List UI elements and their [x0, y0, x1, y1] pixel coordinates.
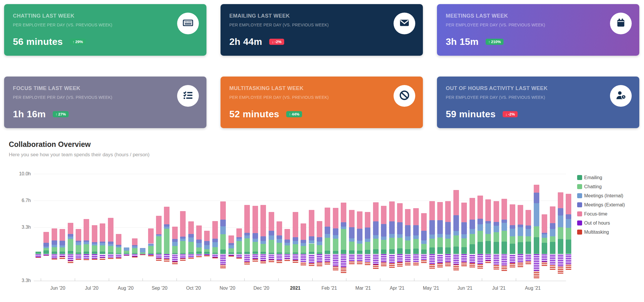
- bar-segment-meetings_internal[interactable]: [566, 219, 571, 228]
- bar-segment-emailing[interactable]: [35, 252, 41, 254]
- bar-segment-multitasking_below[interactable]: [156, 258, 162, 261]
- bar-segment-multitasking_below[interactable]: [52, 258, 57, 259]
- bar-segment-meetings_internal[interactable]: [100, 243, 105, 245]
- bar-segment-out_of_hours_below[interactable]: [365, 254, 370, 262]
- bar-segment-meetings_internal[interactable]: [397, 234, 403, 238]
- bar-segment-multitasking_below[interactable]: [76, 258, 81, 260]
- bar-segment-multitasking_below[interactable]: [196, 255, 202, 257]
- bar-segment-out_of_hours_below[interactable]: [164, 254, 170, 259]
- bar-segment-out_of_hours_below[interactable]: [461, 254, 467, 262]
- bar-segment-focus_time[interactable]: [437, 202, 443, 220]
- bar-segment-meetings_external[interactable]: [558, 208, 563, 216]
- bar-segment-meetings_external[interactable]: [566, 214, 571, 219]
- bar-segment-focus_time[interactable]: [494, 201, 499, 222]
- bar-segment-multitasking_below[interactable]: [542, 262, 547, 266]
- bar-segment-meetings_internal[interactable]: [518, 227, 523, 236]
- bar-segment-multitasking_below[interactable]: [188, 257, 194, 259]
- bar-segment-out_of_hours_below[interactable]: [405, 254, 411, 262]
- bar-segment-multitasking_below[interactable]: [284, 259, 290, 261]
- bar-segment-focus_time[interactable]: [284, 229, 290, 239]
- bar-segment-chatting[interactable]: [381, 240, 387, 250]
- bar-segment-emailing[interactable]: [381, 250, 387, 254]
- bar-segment-meetings_external[interactable]: [52, 240, 57, 245]
- bar-segment-multitasking_below[interactable]: [180, 258, 186, 261]
- bar-segment-emailing[interactable]: [325, 251, 330, 254]
- bar-segment-meetings_internal[interactable]: [494, 226, 499, 232]
- bar-segment-focus_time[interactable]: [349, 210, 355, 227]
- bar-segment-out_of_hours_below[interactable]: [244, 254, 250, 262]
- bar-segment-meetings_internal[interactable]: [309, 240, 314, 244]
- bar-segment-focus_time[interactable]: [357, 211, 362, 229]
- bar-segment-chatting[interactable]: [140, 252, 145, 254]
- bar-segment-meetings_external[interactable]: [140, 248, 145, 248]
- legend-item-meetings-external[interactable]: Meetings (External): [577, 200, 625, 209]
- legend-item-emailing[interactable]: Emailing: [577, 173, 625, 182]
- bar-segment-meetings_internal[interactable]: [542, 234, 547, 238]
- bar-segment-chatting[interactable]: [204, 249, 210, 252]
- bar-segment-meetings_internal[interactable]: [477, 224, 483, 231]
- bar-segment-multitasking_below[interactable]: [534, 271, 539, 278]
- bar-segment-chatting[interactable]: [501, 231, 507, 242]
- bar-segment-emailing[interactable]: [357, 251, 362, 254]
- bar-segment-meetings_external[interactable]: [365, 228, 370, 239]
- bar-segment-multitasking_below[interactable]: [84, 259, 89, 260]
- bar-segment-focus_time[interactable]: [148, 228, 154, 244]
- bar-segment-emailing[interactable]: [518, 242, 523, 254]
- bar-segment-meetings_internal[interactable]: [501, 223, 507, 231]
- bar-segment-meetings_external[interactable]: [445, 222, 451, 235]
- bar-segment-meetings_external[interactable]: [461, 222, 467, 234]
- bar-segment-focus_time[interactable]: [501, 199, 507, 220]
- bar-segment-emailing[interactable]: [108, 252, 113, 254]
- bar-segment-chatting[interactable]: [550, 236, 555, 242]
- bar-segment-multitasking_below[interactable]: [373, 264, 379, 269]
- bar-segment-meetings_internal[interactable]: [220, 226, 226, 234]
- bar-segment-multitasking_below[interactable]: [501, 265, 507, 271]
- bar-segment-chatting[interactable]: [461, 238, 467, 247]
- bar-segment-emailing[interactable]: [470, 244, 475, 254]
- bar-segment-emailing[interactable]: [244, 252, 250, 254]
- bar-segment-meetings_internal[interactable]: [413, 235, 419, 239]
- bar-segment-meetings_external[interactable]: [501, 220, 507, 223]
- bar-segment-multitasking_below[interactable]: [204, 255, 210, 256]
- bar-segment-meetings_external[interactable]: [309, 236, 314, 240]
- bar-segment-chatting[interactable]: [413, 239, 419, 249]
- bar-segment-meetings_internal[interactable]: [445, 235, 451, 239]
- bar-segment-out_of_hours_below[interactable]: [172, 254, 178, 262]
- bar-segment-emailing[interactable]: [534, 237, 539, 254]
- bar-segment-meetings_external[interactable]: [534, 193, 539, 203]
- bar-segment-out_of_hours_below[interactable]: [558, 254, 563, 266]
- bar-segment-meetings_external[interactable]: [317, 237, 322, 242]
- bar-segment-meetings_external[interactable]: [421, 231, 427, 240]
- bar-segment-focus_time[interactable]: [293, 212, 298, 237]
- bar-segment-emailing[interactable]: [76, 252, 81, 254]
- bar-segment-focus_time[interactable]: [301, 223, 306, 240]
- bar-segment-chatting[interactable]: [349, 242, 355, 250]
- bar-segment-emailing[interactable]: [437, 247, 443, 254]
- bar-segment-meetings_external[interactable]: [397, 222, 403, 234]
- bar-segment-multitasking_below[interactable]: [236, 257, 242, 259]
- bar-segment-meetings_external[interactable]: [405, 225, 411, 236]
- bar-segment-emailing[interactable]: [494, 242, 499, 254]
- bar-segment-focus_time[interactable]: [164, 207, 170, 224]
- bar-segment-focus_time[interactable]: [558, 192, 563, 208]
- bar-segment-emailing[interactable]: [92, 252, 97, 254]
- bar-segment-emailing[interactable]: [373, 249, 379, 254]
- bar-segment-out_of_hours_below[interactable]: [284, 254, 290, 259]
- bar-segment-meetings_internal[interactable]: [485, 223, 491, 234]
- bar-segment-chatting[interactable]: [558, 227, 563, 239]
- bar-segment-multitasking_below[interactable]: [132, 257, 138, 257]
- bar-segment-chatting[interactable]: [35, 252, 41, 252]
- bar-segment-out_of_hours_below[interactable]: [301, 254, 306, 262]
- bar-segment-emailing[interactable]: [566, 240, 571, 254]
- bar-segment-multitasking_below[interactable]: [437, 263, 443, 267]
- bar-segment-multitasking_below[interactable]: [421, 260, 427, 263]
- bar-segment-multitasking_below[interactable]: [381, 262, 387, 266]
- bar-segment-focus_time[interactable]: [453, 190, 459, 215]
- bar-segment-emailing[interactable]: [43, 250, 49, 254]
- bar-segment-out_of_hours_below[interactable]: [566, 254, 571, 264]
- bar-segment-meetings_internal[interactable]: [365, 239, 370, 242]
- bar-segment-emailing[interactable]: [405, 249, 411, 254]
- bar-segment-emailing[interactable]: [132, 253, 138, 254]
- bar-segment-multitasking_below[interactable]: [365, 262, 370, 265]
- bar-segment-chatting[interactable]: [284, 245, 290, 253]
